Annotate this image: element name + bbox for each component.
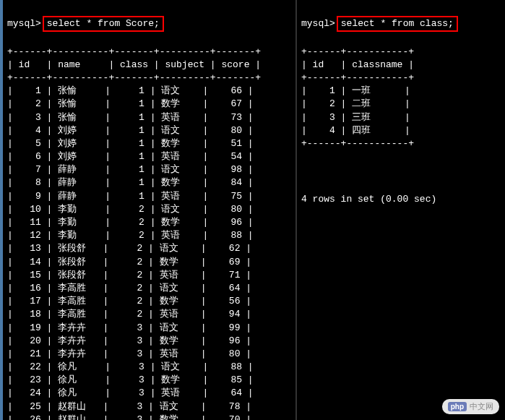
right-result-message: 4 rows in set (0.00 sec) <box>301 193 501 206</box>
score-table: +------+----------+-------+---------+---… <box>7 46 291 420</box>
table-row: | 26 | 赵群山 | 3 | 数学 | 70 | <box>7 413 291 420</box>
table-separator: +------+-----------+ <box>301 46 501 59</box>
table-row: | 10 | 李勤 | 2 | 语文 | 80 | <box>7 203 291 216</box>
table-row: | 13 | 张段舒 | 2 | 语文 | 62 | <box>7 242 291 255</box>
table-row: | 11 | 李勤 | 2 | 数学 | 96 | <box>7 216 291 229</box>
table-header-row: | id | name | class | subject | score | <box>7 59 291 72</box>
table-separator: +------+-----------+ <box>301 137 501 150</box>
mysql-prompt: mysql> <box>301 17 335 30</box>
table-row: | 5 | 刘婷 | 1 | 数学 | 51 | <box>7 137 291 150</box>
table-row: | 16 | 李高胜 | 2 | 语文 | 64 | <box>7 282 291 295</box>
table-row: | 8 | 薛静 | 1 | 数学 | 84 | <box>7 176 291 189</box>
table-row: | 12 | 李勤 | 2 | 英语 | 88 | <box>7 229 291 242</box>
table-row: | 14 | 张段舒 | 2 | 数学 | 69 | <box>7 256 291 269</box>
sql-query-right: select * from class; <box>341 18 454 29</box>
table-row: | 17 | 李高胜 | 2 | 数学 | 56 | <box>7 295 291 308</box>
table-row: | 2 | 二班 | <box>301 98 501 111</box>
table-separator: +------+-----------+ <box>301 72 501 85</box>
empty-line <box>301 163 501 176</box>
table-row: | 20 | 李卉卉 | 3 | 数学 | 96 | <box>7 335 291 348</box>
right-terminal: mysql> select * from class; +------+----… <box>296 0 505 420</box>
table-header-row: | id | classname | <box>301 59 501 72</box>
right-prompt-line: mysql> select * from class; <box>301 16 501 32</box>
table-row: | 6 | 刘婷 | 1 | 英语 | 54 | <box>7 150 291 163</box>
table-separator: +------+----------+-------+---------+---… <box>7 72 291 85</box>
table-row: | 1 | 一班 | <box>301 85 501 98</box>
php-badge: php <box>448 402 467 411</box>
table-row: | 21 | 李卉卉 | 3 | 英语 | 80 | <box>7 348 291 361</box>
table-row: | 24 | 徐凡 | 3 | 英语 | 64 | <box>7 387 291 400</box>
table-row: | 15 | 张段舒 | 2 | 英语 | 71 | <box>7 269 291 282</box>
query-highlight-box: select * from class; <box>337 16 458 32</box>
table-separator: +------+----------+-------+---------+---… <box>7 46 291 59</box>
table-row: | 3 | 三班 | <box>301 111 501 124</box>
left-terminal: mysql> select * from Score; +------+----… <box>0 0 296 420</box>
table-row: | 3 | 张愉 | 1 | 英语 | 73 | <box>7 111 291 124</box>
query-highlight-box: select * from Score; <box>43 16 164 32</box>
table-row: | 7 | 薛静 | 1 | 语文 | 98 | <box>7 163 291 176</box>
watermark-text: 中文网 <box>470 401 493 412</box>
table-row: | 4 | 刘婷 | 1 | 语文 | 80 | <box>7 124 291 137</box>
table-row: | 23 | 徐凡 | 3 | 数学 | 85 | <box>7 374 291 387</box>
sql-query-left: select * from Score; <box>47 18 160 29</box>
table-row: | 9 | 薛静 | 1 | 英语 | 75 | <box>7 190 291 203</box>
watermark: php 中文网 <box>442 399 499 414</box>
table-row: | 1 | 张愉 | 1 | 语文 | 66 | <box>7 85 291 98</box>
class-table: +------+-----------+| id | classname |+-… <box>301 46 501 151</box>
table-row: | 25 | 赵群山 | 3 | 语文 | 78 | <box>7 400 291 413</box>
table-row: | 19 | 李卉卉 | 3 | 语文 | 99 | <box>7 322 291 335</box>
mysql-prompt: mysql> <box>7 17 41 30</box>
table-row: | 18 | 李高胜 | 2 | 英语 | 94 | <box>7 308 291 321</box>
table-row: | 4 | 四班 | <box>301 124 501 137</box>
table-row: | 22 | 徐凡 | 3 | 语文 | 88 | <box>7 361 291 374</box>
table-row: | 2 | 张愉 | 1 | 数学 | 67 | <box>7 98 291 111</box>
left-prompt-line: mysql> select * from Score; <box>7 16 291 32</box>
